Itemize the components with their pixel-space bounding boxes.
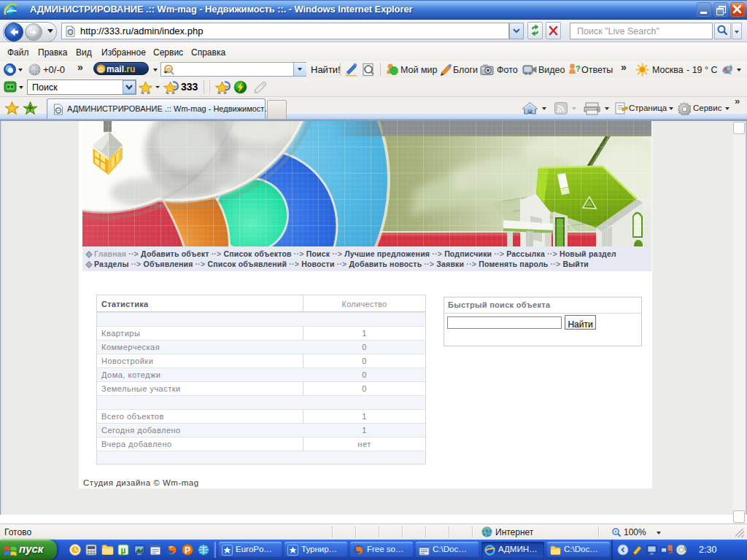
- svg-text:?: ?: [576, 64, 581, 73]
- svg-text:µ: µ: [121, 545, 126, 556]
- svg-text:@: @: [98, 66, 104, 73]
- svg-text:P: P: [185, 545, 190, 556]
